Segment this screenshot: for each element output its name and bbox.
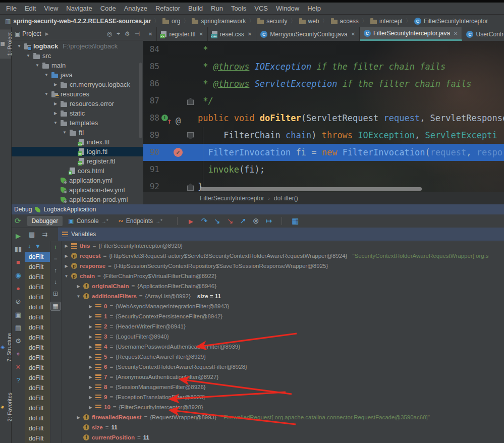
- variable-row-originalChain[interactable]: ▶foriginalChain = {ApplicationFilterChai…: [61, 281, 504, 291]
- tree-expand-icon[interactable]: ▶: [88, 345, 93, 349]
- move-down-icon[interactable]: ↓: [54, 279, 57, 286]
- variable-row-additionalFilters[interactable]: ▼fadditionalFilters = {ArrayList@8992}si…: [61, 291, 504, 301]
- code-editor[interactable]: 84 *85 * @throws IOException if the filt…: [143, 41, 504, 192]
- debug-tab-console[interactable]: ▣Console→*: [64, 216, 113, 226]
- tree-expand-icon[interactable]: ▶: [76, 415, 81, 420]
- gutter[interactable]: [161, 58, 197, 75]
- tree-item-cn-merryyou-logback[interactable]: ▶cn.merryyou.logback: [12, 80, 143, 89]
- tree-expand-icon[interactable]: ▼: [44, 92, 49, 96]
- tree-item-application-dev-yml[interactable]: application-dev.yml: [12, 185, 143, 195]
- tree-expand-icon[interactable]: ▶: [88, 395, 93, 400]
- editor-tab-merryyousecurityconfig-java[interactable]: CMerryyouSecurityConfig.java✕: [256, 27, 360, 41]
- show-execution-point-icon[interactable]: ►: [187, 217, 195, 226]
- frame-row[interactable]: doFilt: [25, 413, 50, 423]
- variable-row-3[interactable]: ▶3 = {LogoutFilter@8940}: [61, 331, 504, 342]
- menu-navigate[interactable]: Navigate: [62, 4, 96, 13]
- variable-row-8[interactable]: ▶8 = {SessionManagementFilter@8926}: [61, 382, 504, 392]
- frames-view-icon[interactable]: ▤: [29, 231, 35, 238]
- tree-expand-icon[interactable]: ▶: [88, 314, 93, 319]
- drop-frame-icon[interactable]: ⊗: [253, 216, 259, 226]
- menu-tools[interactable]: Tools: [227, 4, 250, 13]
- variable-row-6[interactable]: ▶6 = {SecurityContextHolderAwareRequestF…: [61, 362, 504, 372]
- breadcrumb-class[interactable]: CFilterSecurityInterceptor: [412, 18, 490, 25]
- view-breakpoints-icon[interactable]: ●: [16, 283, 20, 296]
- breadcrumb-item-access[interactable]: access: [329, 18, 361, 25]
- debug-tab-debugger[interactable]: Debugger: [27, 216, 63, 226]
- fold-marker-icon[interactable]: [187, 184, 194, 191]
- breadcrumb-item-org[interactable]: org: [160, 18, 182, 25]
- gutter[interactable]: [161, 92, 197, 109]
- frame-row[interactable]: doFilt: [25, 272, 50, 282]
- editor-tab-usercontrol[interactable]: CUserControl: [462, 27, 504, 41]
- frame-row[interactable]: doFilt: [25, 383, 50, 393]
- filter-frames-icon[interactable]: ▼: [35, 243, 41, 250]
- variable-row-0[interactable]: ▶0 = {WebAsyncManagerIntegrationFilter@8…: [61, 301, 504, 311]
- resume-icon[interactable]: ▶: [16, 231, 21, 244]
- gutter[interactable]: ✓: [161, 144, 197, 161]
- gutter[interactable]: [161, 127, 197, 144]
- step-over-icon[interactable]: ↷: [201, 216, 208, 226]
- dump-threads-icon[interactable]: ◉: [15, 270, 21, 283]
- sidebar-tab-favorites[interactable]: ★ 2: Favorites: [0, 390, 11, 424]
- frame-row[interactable]: doFilt: [25, 373, 50, 383]
- tree-expand-icon[interactable]: ▶: [88, 324, 93, 329]
- menu-build[interactable]: Build: [184, 4, 207, 13]
- tree-item-application-yml[interactable]: application.yml: [12, 176, 143, 185]
- variable-row-this[interactable]: ▶this = {FilterSecurityInterceptor@8920}: [61, 241, 504, 251]
- editor-tab-reset-css[interactable]: cssreset.css✕: [208, 27, 256, 41]
- force-step-into-icon[interactable]: ↘: [227, 216, 234, 226]
- mute-breakpoints-icon[interactable]: ⊘: [16, 296, 21, 309]
- tree-expand-icon[interactable]: ▼: [17, 44, 22, 48]
- locate-icon[interactable]: ◎: [107, 30, 112, 37]
- gutter[interactable]: I↑@: [161, 109, 197, 127]
- menu-vcs[interactable]: VCS: [250, 4, 272, 13]
- tree-expand-icon[interactable]: ▶: [88, 385, 93, 390]
- frame-row[interactable]: doFilt: [25, 262, 50, 272]
- frame-row[interactable]: doFilt: [25, 302, 50, 312]
- breadcrumb-item-security[interactable]: security: [255, 18, 289, 25]
- tree-item-java[interactable]: ▼java: [12, 70, 143, 80]
- breadcrumb-class[interactable]: FilterSecurityInterceptor: [200, 195, 264, 202]
- editor-tab-filtersecurityinterceptor-java[interactable]: CFilterSecurityInterceptor.java✕: [360, 27, 462, 41]
- tree-expand-icon[interactable]: ▼: [44, 73, 49, 77]
- tree-expand-icon[interactable]: ▶: [88, 355, 93, 359]
- frame-row[interactable]: doFilt: [25, 333, 50, 343]
- remove-watch-icon[interactable]: −: [53, 255, 57, 262]
- menu-analyze[interactable]: Analyze: [120, 4, 151, 13]
- gutter[interactable]: [161, 161, 197, 178]
- step-out-icon[interactable]: ↗: [240, 216, 247, 226]
- menu-view[interactable]: View: [40, 4, 62, 13]
- tree-item-register-ftl[interactable]: <>register.ftl: [12, 156, 143, 166]
- rerun-icon[interactable]: ⟳: [15, 216, 21, 226]
- debug-tab-endpoints[interactable]: ∾Endpoints→*: [114, 216, 167, 226]
- tree-expand-icon[interactable]: ▶: [88, 375, 93, 379]
- collapse-all-icon[interactable]: ÷: [117, 30, 120, 37]
- tree-item-templates[interactable]: ▼templates: [12, 118, 143, 128]
- tree-expand-icon[interactable]: ▶: [53, 101, 58, 106]
- fold-marker-icon[interactable]: [187, 132, 194, 139]
- menu-window[interactable]: Window: [272, 4, 303, 13]
- frame-row[interactable]: doFilt: [25, 252, 50, 262]
- close-icon[interactable]: ✕: [351, 31, 355, 37]
- screenshot-icon[interactable]: ▣: [15, 309, 21, 322]
- frame-row[interactable]: doFilt: [25, 343, 50, 353]
- tree-expand-icon[interactable]: ▶: [88, 365, 93, 369]
- duplicate-icon[interactable]: ⊞: [53, 290, 58, 297]
- tree-expand-icon[interactable]: ▶: [53, 111, 58, 116]
- editor-tab-register-ftl[interactable]: <>register.ftl✕: [157, 27, 207, 41]
- frame-row[interactable]: doFilt: [25, 353, 50, 363]
- restore-frame-icon[interactable]: ⇉: [42, 231, 47, 238]
- tree-expand-icon[interactable]: ▶: [64, 264, 69, 268]
- editor-tab-hidden[interactable]: ✕: [143, 27, 157, 41]
- tree-item-ftl[interactable]: ▼ftl: [12, 128, 143, 137]
- panel-settings-icon[interactable]: ⚙: [125, 30, 130, 37]
- tree-expand-icon[interactable]: ▶: [88, 405, 93, 410]
- menu-help[interactable]: Help: [303, 4, 325, 13]
- gutter[interactable]: [161, 75, 197, 92]
- breadcrumb-item-springframework[interactable]: springframework: [190, 18, 248, 25]
- variable-row-size[interactable]: fsize = 11: [61, 422, 504, 432]
- tree-item-main[interactable]: ▼main: [12, 61, 143, 70]
- frame-row[interactable]: doFilt: [25, 393, 50, 403]
- breadcrumb-item-intercept[interactable]: intercept: [368, 18, 405, 25]
- tree-item-cors-html[interactable]: Hcors.html: [12, 166, 143, 176]
